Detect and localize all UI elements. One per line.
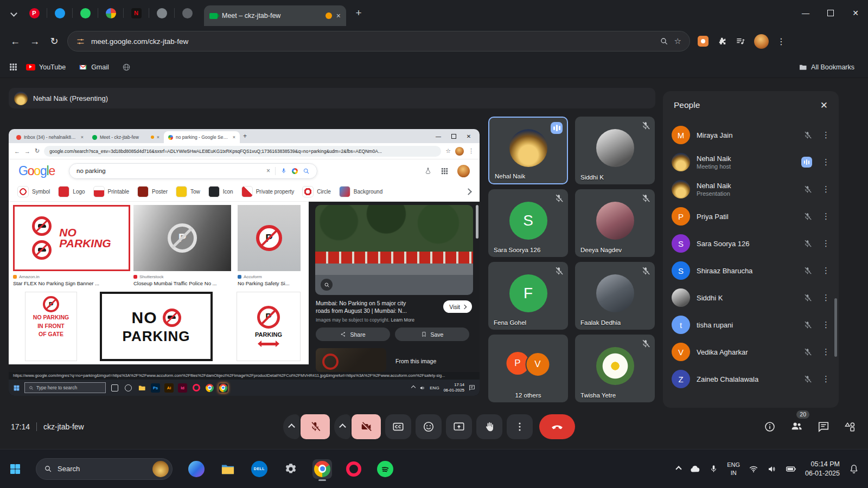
pinned-tab-globe-1[interactable] [149, 4, 174, 22]
pinned-tab-blue-app[interactable] [47, 4, 72, 22]
close-icon[interactable]: × [233, 134, 235, 140]
wifi-icon[interactable] [749, 464, 758, 474]
active-tab[interactable]: Meet – ckz-jtab-few × [204, 5, 346, 26]
settings-icon[interactable] [281, 459, 301, 479]
chat-button-icon[interactable] [818, 421, 829, 433]
result-image-parking-arrows[interactable]: P PARKING [237, 292, 301, 361]
panel-scrollbar[interactable] [834, 298, 837, 357]
shared-clock[interactable]: 17:14 06-01-2025 [444, 382, 464, 393]
leave-call-button[interactable] [539, 414, 575, 439]
notifications-icon[interactable] [469, 384, 475, 391]
illustrator-icon[interactable]: Ai [164, 383, 174, 393]
result-caption[interactable]: Amazon.in Star FLEX No Parking Sign Bann… [13, 274, 130, 286]
start-button-icon[interactable] [13, 384, 20, 391]
shared-address-bar[interactable]: google.com/search?sca_esv=3d18bd8085d4d7… [44, 146, 441, 157]
address-bar[interactable]: meet.google.com/ckz-jtab-few ☆ [67, 31, 690, 52]
minimize-button[interactable]: — [793, 0, 818, 26]
language-indicator[interactable]: ENG [430, 386, 439, 390]
task-view-icon[interactable] [110, 383, 119, 393]
extensions-puzzle-icon[interactable] [717, 36, 727, 47]
tile-deeya-nagdev[interactable]: Deeya Nagdev [575, 189, 655, 257]
more-options-icon[interactable]: ⋮ [822, 347, 830, 357]
learn-more-link[interactable]: Learn More [391, 317, 414, 323]
result-image-banner[interactable]: NOPARKING [13, 205, 130, 271]
shared-tab-search[interactable]: no parking - Google Search × [164, 131, 240, 143]
microphone-tray-icon[interactable] [709, 464, 718, 473]
back-icon[interactable]: ← [14, 148, 20, 155]
chips-scroll-right-icon[interactable] [465, 188, 472, 195]
minimize-button[interactable]: — [431, 129, 446, 143]
chip-symbol[interactable]: Symbol [17, 186, 50, 197]
account-avatar[interactable] [457, 165, 470, 177]
spotify-icon[interactable] [375, 459, 395, 479]
new-tab-button[interactable]: + [350, 5, 367, 21]
all-bookmarks-button[interactable]: All Bookmarks [794, 61, 859, 74]
profile-avatar[interactable] [455, 147, 464, 156]
captions-button[interactable] [385, 414, 411, 439]
shared-tab-meet[interactable]: Meet - ckz-jtab-few × [88, 131, 164, 143]
result-caption[interactable]: Accuform No Parking Safety Si... [238, 274, 301, 286]
indesign-icon[interactable]: Id [178, 383, 187, 393]
tile-sara-soorya[interactable]: S Sara Soorya 126 [488, 189, 568, 257]
more-options-icon[interactable]: ⋮ [822, 293, 830, 303]
more-options-icon[interactable]: ⋮ [822, 211, 830, 221]
bookmark-star-icon[interactable]: ☆ [674, 36, 681, 46]
tile-fena-gohel[interactable]: F Fena Gohel [488, 262, 568, 330]
tile-12-others[interactable]: P V 12 others [488, 335, 568, 402]
taskbar-search[interactable]: Search [36, 458, 173, 480]
bookmark-star-icon[interactable]: ☆ [445, 147, 451, 155]
pinned-tab-camera[interactable] [98, 4, 123, 22]
chrome-icon-active[interactable] [312, 459, 332, 479]
opera-icon[interactable] [344, 459, 363, 479]
person-row-siddhi[interactable]: Siddhi K ⋮ [663, 284, 839, 311]
people-button[interactable]: 20 [790, 420, 803, 434]
language-indicator[interactable]: ENG IN [727, 461, 740, 477]
person-row-miraya[interactable]: M Miraya Jain ⋮ [663, 121, 839, 149]
labs-flask-icon[interactable] [424, 167, 432, 175]
bookmark-gmail[interactable]: Gmail [74, 61, 114, 74]
profile-avatar[interactable] [754, 34, 769, 49]
apps-grid-icon[interactable] [9, 62, 18, 72]
file-explorer-icon[interactable] [218, 459, 238, 479]
related-image-partial[interactable] [316, 348, 386, 372]
close-panel-icon[interactable]: ✕ [820, 100, 828, 111]
more-options-icon[interactable]: ⋮ [822, 184, 830, 194]
tile-siddhi-k[interactable]: Siddhi K [575, 117, 655, 184]
activities-button-icon[interactable] [844, 421, 856, 433]
result-image-gate-sign[interactable]: P NO PARKING IN FRONT OF GATE [25, 292, 77, 361]
browser-menu-icon[interactable]: ⋮ [777, 36, 786, 47]
start-button-icon[interactable] [9, 463, 22, 476]
search-icon[interactable] [303, 168, 310, 175]
forward-button[interactable]: → [25, 31, 44, 51]
camera-options-button[interactable] [334, 414, 350, 439]
screen-share-stage[interactable]: Inbox (34) - nehalnaik81@gma... × Meet -… [9, 129, 480, 396]
meeting-details-icon[interactable] [764, 421, 776, 433]
tile-nehal-naik[interactable]: Nehal Naik [488, 117, 568, 184]
volume-icon[interactable] [767, 464, 777, 474]
extension-orange-icon[interactable] [698, 36, 709, 47]
bookmark-youtube[interactable]: YouTube [21, 61, 71, 73]
more-options-icon[interactable]: ⋮ [822, 157, 830, 167]
close-icon[interactable]: × [81, 134, 84, 140]
share-button[interactable]: Share [316, 328, 390, 341]
zoom-image-button[interactable] [321, 279, 333, 291]
more-options-button[interactable] [507, 414, 533, 439]
menu-icon[interactable]: ⋮ [468, 147, 474, 155]
chip-logo[interactable]: Logo [58, 186, 85, 197]
copilot-icon[interactable] [187, 459, 206, 479]
chip-private-property[interactable]: Private property [241, 186, 295, 197]
bookmark-site[interactable] [117, 61, 136, 74]
person-row-shiraaz[interactable]: S Shiraaz Bharucha ⋮ [663, 257, 839, 284]
volume-icon[interactable] [419, 385, 425, 391]
tab-search-button[interactable] [5, 5, 22, 21]
dell-app-icon[interactable]: DELL [250, 459, 269, 479]
chrome-active-icon[interactable] [219, 383, 228, 393]
clear-search-icon[interactable]: × [266, 167, 270, 175]
new-tab-button[interactable]: + [243, 132, 247, 140]
tile-faalak-dedhia[interactable]: Faalak Dedhia [575, 262, 655, 330]
tray-chevron-icon[interactable] [676, 466, 682, 472]
pinned-tab-pinterest[interactable]: P [22, 4, 47, 22]
person-row-sara[interactable]: S Sara Soorya 126 ⋮ [663, 230, 839, 257]
chip-icon[interactable]: Icon [208, 186, 233, 197]
result-caption[interactable]: Shutterstock Closeup Mumbai Traffic Poli… [133, 274, 231, 286]
